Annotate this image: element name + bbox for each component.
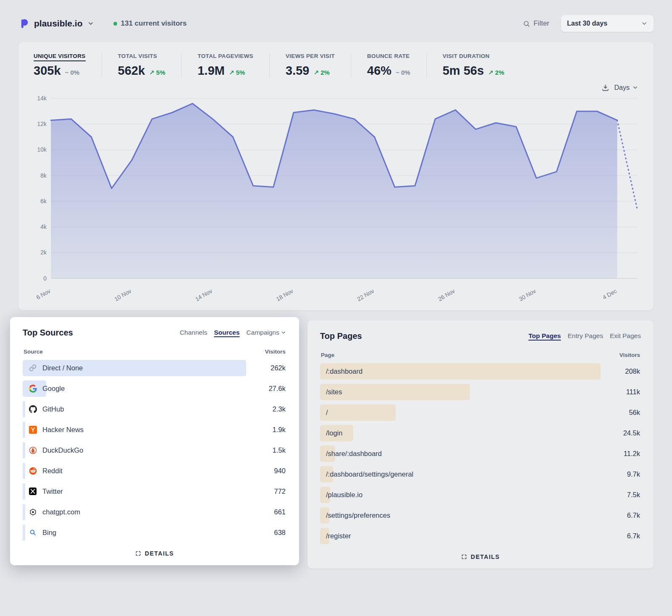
link-icon bbox=[29, 364, 37, 372]
tab-exit-pages[interactable]: Exit Pages bbox=[610, 332, 641, 340]
twitter-x-icon bbox=[29, 487, 37, 495]
page-bar bbox=[320, 404, 396, 421]
page-path: /plausible.io bbox=[326, 491, 362, 499]
page-row[interactable]: /plausible.io 7.5k bbox=[320, 486, 641, 504]
chevron-down-icon bbox=[281, 330, 286, 336]
source-name: chatgpt.com bbox=[42, 508, 80, 516]
sources-details-button[interactable]: DETAILS bbox=[23, 550, 286, 557]
chevron-down-icon bbox=[632, 84, 638, 91]
source-row-google[interactable]: Google 27.6k bbox=[23, 380, 286, 398]
top-sources-title: Top Sources bbox=[23, 328, 73, 338]
svg-text:14k: 14k bbox=[37, 95, 47, 102]
tab-sources[interactable]: Sources bbox=[214, 329, 239, 336]
svg-text:14 Nov: 14 Nov bbox=[194, 287, 213, 302]
metric-trend: ↗ 5% bbox=[149, 69, 165, 76]
header-controls: Filter Last 30 days bbox=[523, 15, 654, 32]
source-visitors: 2.3k bbox=[273, 405, 286, 413]
source-visitors: 1.5k bbox=[273, 446, 286, 454]
page-path: /:dashboard/settings/general bbox=[326, 470, 413, 478]
svg-text:6k: 6k bbox=[40, 198, 47, 204]
visitors-area-chart[interactable]: 02k4k6k8k10k12k14k6 Nov10 Nov14 Nov18 No… bbox=[31, 92, 641, 304]
source-row-reddit[interactable]: Reddit 940 bbox=[23, 462, 286, 480]
source-name: Twitter bbox=[42, 488, 63, 495]
source-row-twitter[interactable]: Twitter 772 bbox=[23, 482, 286, 501]
page-row[interactable]: /settings/preferences 6.7k bbox=[320, 506, 641, 524]
source-row-hacker-news[interactable]: Hacker News 1.9k bbox=[23, 421, 286, 439]
page-visitors: 7.5k bbox=[627, 491, 640, 499]
interval-selector[interactable]: Days bbox=[614, 84, 638, 92]
page-path: /:dashboard bbox=[326, 367, 362, 375]
tab-top-pages[interactable]: Top Pages bbox=[528, 332, 561, 340]
details-label: DETAILS bbox=[471, 553, 500, 560]
page-row[interactable]: / 56k bbox=[320, 404, 641, 422]
metric-bounce-rate[interactable]: BOUNCE RATE 46%~ 0% bbox=[351, 53, 426, 78]
tab-entry-pages[interactable]: Entry Pages bbox=[567, 332, 603, 340]
reddit-icon bbox=[29, 467, 37, 475]
source-name: DuckDuckGo bbox=[42, 446, 83, 454]
metric-label: VIEWS PER VISIT bbox=[286, 53, 335, 59]
trend-icon: ~ bbox=[396, 69, 399, 76]
metric-total-pageviews[interactable]: TOTAL PAGEVIEWS 1.9M↗ 5% bbox=[181, 53, 269, 78]
page-visitors: 111k bbox=[626, 388, 640, 396]
metric-trend: ↗ 2% bbox=[488, 69, 504, 76]
page-row[interactable]: /sites 111k bbox=[320, 383, 641, 401]
page-row[interactable]: /:dashboard/settings/general 9.7k bbox=[320, 465, 641, 483]
page-row[interactable]: /register 6.7k bbox=[320, 527, 641, 545]
metric-unique-visitors[interactable]: UNIQUE VISITORS 305k~ 0% bbox=[31, 53, 102, 78]
svg-text:4 Dec: 4 Dec bbox=[601, 287, 618, 301]
source-row-duckduckgo[interactable]: DuckDuckGo 1.5k bbox=[23, 441, 286, 459]
metric-value: 46% bbox=[367, 64, 391, 78]
current-visitors-label: 131 current visitors bbox=[121, 19, 187, 28]
expand-icon bbox=[461, 554, 467, 560]
plausible-logo-icon bbox=[18, 18, 29, 29]
svg-text:0: 0 bbox=[43, 275, 47, 282]
source-name: GitHub bbox=[42, 405, 64, 413]
page-row[interactable]: /login 24.5k bbox=[320, 424, 641, 442]
source-row-github[interactable]: GitHub 2.3k bbox=[23, 400, 286, 418]
pages-details-button[interactable]: DETAILS bbox=[320, 553, 641, 560]
metric-value: 562k bbox=[118, 64, 145, 78]
page-row[interactable]: /share/:dashboard 11.2k bbox=[320, 445, 641, 463]
tab-channels[interactable]: Channels bbox=[180, 329, 207, 336]
source-visitors: 940 bbox=[274, 467, 286, 475]
metric-total-visits[interactable]: TOTAL VISITS 562k↗ 5% bbox=[102, 53, 181, 78]
page-path: / bbox=[326, 409, 328, 417]
svg-text:10 Nov: 10 Nov bbox=[113, 287, 132, 302]
page-visitors: 11.2k bbox=[624, 450, 640, 458]
page-path: /register bbox=[326, 532, 351, 540]
sources-tabs: Channels Sources Campaigns bbox=[180, 329, 286, 336]
chevron-down-icon bbox=[87, 20, 94, 27]
site-switcher[interactable]: plausible.io bbox=[18, 18, 94, 29]
page-row[interactable]: /:dashboard 208k bbox=[320, 362, 641, 380]
source-row-direct-none[interactable]: Direct / None 262k bbox=[23, 359, 286, 377]
source-row-chatgpt[interactable]: chatgpt.com 661 bbox=[23, 503, 286, 521]
metric-visit-duration[interactable]: VISIT DURATION 5m 56s↗ 2% bbox=[426, 53, 520, 78]
trend-icon: ↗ bbox=[313, 69, 319, 76]
svg-text:10k: 10k bbox=[37, 146, 47, 153]
top-stats: UNIQUE VISITORS 305k~ 0% TOTAL VISITS 56… bbox=[31, 53, 641, 78]
details-label: DETAILS bbox=[145, 550, 174, 557]
date-range-label: Last 30 days bbox=[567, 20, 607, 27]
metric-views-per-visit[interactable]: VIEWS PER VISIT 3.59↗ 2% bbox=[269, 53, 351, 78]
tab-campaigns[interactable]: Campaigns bbox=[247, 329, 286, 336]
download-icon[interactable] bbox=[601, 84, 609, 92]
source-visitors: 262k bbox=[270, 364, 286, 372]
column-header-visitors: Visitors bbox=[620, 352, 640, 358]
trend-value: 0% bbox=[401, 69, 410, 76]
current-visitors[interactable]: 131 current visitors bbox=[113, 19, 187, 28]
chevron-down-icon bbox=[641, 20, 648, 27]
page-path: /settings/preferences bbox=[326, 511, 390, 519]
metric-label: BOUNCE RATE bbox=[367, 53, 410, 59]
source-name: Bing bbox=[42, 529, 56, 537]
svg-text:2k: 2k bbox=[40, 249, 47, 256]
date-range-picker[interactable]: Last 30 days bbox=[561, 15, 654, 32]
filter-button[interactable]: Filter bbox=[523, 19, 549, 28]
metric-trend: ~ 0% bbox=[65, 69, 80, 76]
source-visitors: 638 bbox=[274, 529, 286, 537]
duckduckgo-icon bbox=[29, 446, 37, 454]
page-visitors: 56k bbox=[629, 409, 640, 417]
metric-trend: ↗ 5% bbox=[229, 69, 245, 76]
metric-value: 1.9M bbox=[197, 64, 224, 78]
main-graph-card: UNIQUE VISITORS 305k~ 0% TOTAL VISITS 56… bbox=[18, 42, 654, 310]
source-row-bing[interactable]: Bing 638 bbox=[23, 524, 286, 542]
